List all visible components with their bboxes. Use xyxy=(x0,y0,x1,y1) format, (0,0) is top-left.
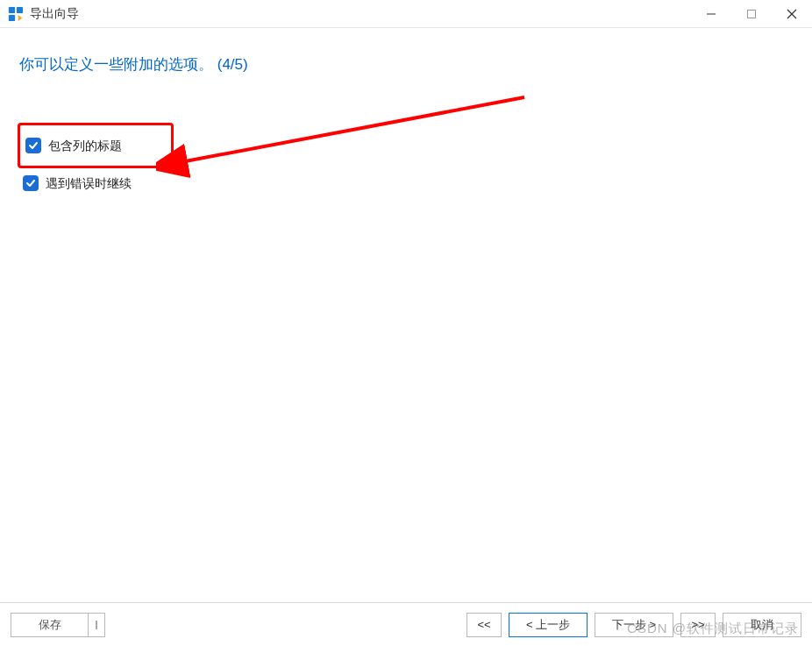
save-split-button: 保存 xyxy=(11,613,105,637)
svg-rect-1 xyxy=(17,6,23,12)
save-button[interactable]: 保存 xyxy=(11,613,88,637)
save-dropdown-button[interactable] xyxy=(88,613,105,637)
checkbox-continue-on-error[interactable]: 遇到错误时继续 xyxy=(18,172,794,195)
checkbox-label: 包含列的标题 xyxy=(48,137,122,154)
previous-button[interactable]: < 上一步 xyxy=(509,613,588,637)
close-button[interactable] xyxy=(772,0,812,27)
checkmark-icon xyxy=(23,175,39,191)
next-button[interactable]: 下一步 > xyxy=(595,613,673,637)
last-page-button[interactable]: >> xyxy=(680,613,716,637)
checkbox-label: 遇到错误时继续 xyxy=(46,174,132,192)
app-icon xyxy=(7,5,25,23)
svg-rect-2 xyxy=(9,14,15,20)
window-title: 导出向导 xyxy=(30,6,691,22)
titlebar: 导出向导 xyxy=(0,0,812,28)
highlight-box: 包含列的标题 xyxy=(18,123,174,168)
page-headline: 你可以定义一些附加的选项。 (4/5) xyxy=(19,54,794,75)
options-group: 包含列的标题 遇到错误时继续 xyxy=(18,123,794,195)
checkmark-icon xyxy=(25,138,41,153)
footer: 保存 << < 上一步 下一步 > >> 取消 xyxy=(0,602,812,646)
maximize-button[interactable] xyxy=(731,0,772,27)
cancel-button[interactable]: 取消 xyxy=(723,613,801,637)
svg-rect-0 xyxy=(9,6,15,12)
first-page-button[interactable]: << xyxy=(467,613,502,637)
minimize-button[interactable] xyxy=(691,0,731,27)
window-controls xyxy=(691,0,812,27)
content-area: 你可以定义一些附加的选项。 (4/5) 包含列的标题 遇到错误时继续 xyxy=(0,28,812,602)
svg-rect-4 xyxy=(748,10,756,18)
checkbox-include-titles[interactable]: 包含列的标题 xyxy=(25,134,162,157)
